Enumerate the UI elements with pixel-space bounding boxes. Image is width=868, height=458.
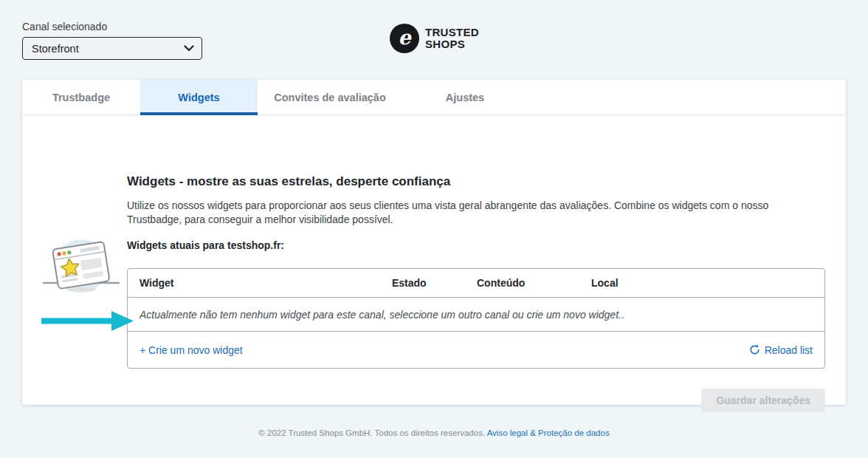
footer: © 2022 Trusted Shops GmbH. Todos os dire… [0,428,868,437]
page-title: Widgets - mostre as suas estrelas, despe… [127,174,825,189]
current-widgets-label: Widgets atuais para testshop.fr: [127,239,825,251]
save-button[interactable]: Guardar alterações [701,389,825,412]
channel-select-value: Storefront [32,43,79,55]
column-header-local: Local [591,277,813,289]
widgets-section: Widgets - mostre as suas estrelas, despe… [127,174,825,412]
channel-selector-block: Canal selecionado Storefront [22,21,202,60]
chevron-down-icon [184,45,194,52]
reload-list-label: Reload list [765,344,813,356]
tab-widgets[interactable]: Widgets [140,80,258,115]
save-row: Guardar alterações [127,389,825,412]
widgets-table-header-row: Widget Estado Conteúdo Local [128,269,824,298]
annotation-arrow-icon [41,311,134,334]
reload-list-link[interactable]: Reload list [749,344,813,356]
tab-ajustes[interactable]: Ajustes [402,80,528,115]
footer-copyright: © 2022 Trusted Shops GmbH. Todos os dire… [258,428,485,437]
page-description: Utilize os nossos widgets para proporcio… [127,199,799,227]
widgets-table-empty-row: Actualmente não tem nenhum widget para e… [128,298,824,332]
tab-trustbadge[interactable]: Trustbadge [22,80,140,115]
tab-content: Widgets - mostre as suas estrelas, despe… [22,174,846,412]
channel-select[interactable]: Storefront [22,37,202,60]
column-header-widget: Widget [140,277,392,289]
main-card: Trustbadge Widgets Convites de avaliação… [22,80,846,405]
tab-bar: Trustbadge Widgets Convites de avaliação… [22,80,846,115]
reload-icon [749,344,760,355]
logo-e-glyph: e [398,27,410,47]
widgets-table-actions-row: + Crie um novo widget Reload list [128,332,824,368]
channel-selector-label: Canal selecionado [22,21,202,33]
logo-line1: TRUSTED [425,27,479,38]
column-header-conteudo: Conteúdo [477,277,591,289]
trusted-shops-logo-icon: e [390,24,419,53]
create-widget-link[interactable]: + Crie um novo widget [140,344,243,356]
widgets-table: Widget Estado Conteúdo Local Actualmente… [127,268,825,369]
trusted-shops-logo: e TRUSTED SHOPS [390,24,479,53]
logo-line2: SHOPS [425,38,479,50]
tab-convites-de-avaliacao[interactable]: Convites de avaliação [258,80,402,115]
footer-legal-link[interactable]: Aviso legal & Proteção de dados [487,428,610,437]
logo-wordmark: TRUSTED SHOPS [425,27,479,50]
widget-illustration-icon [43,238,120,301]
column-header-estado: Estado [392,277,477,289]
empty-state-message: Actualmente não tem nenhum widget para e… [140,309,624,321]
